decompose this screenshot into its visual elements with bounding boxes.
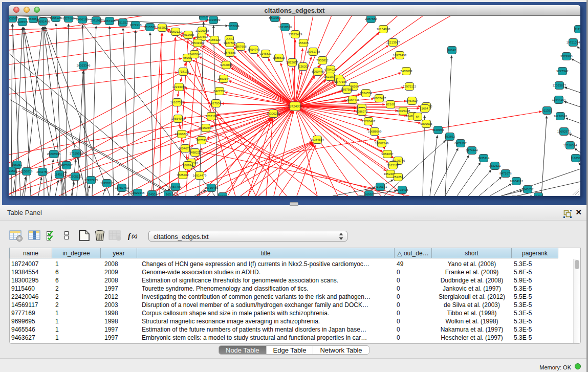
svg-text:15716485: 15716485: [205, 186, 219, 189]
svg-text:19751074: 19751074: [567, 41, 580, 44]
svg-text:8990448: 8990448: [312, 70, 324, 73]
svg-text:1065326: 1065326: [50, 16, 62, 19]
svg-text:6479197: 6479197: [454, 142, 467, 145]
svg-text:1615112: 1615112: [387, 164, 400, 167]
svg-text:8471676: 8471676: [499, 172, 512, 175]
svg-text:17016504: 17016504: [563, 144, 577, 147]
svg-text:1664: 1664: [421, 107, 428, 110]
svg-text:8960123: 8960123: [169, 30, 182, 33]
svg-text:16033809: 16033809: [207, 18, 221, 21]
svg-text:165: 165: [166, 193, 171, 196]
svg-text:39159: 39159: [9, 169, 16, 172]
svg-text:19166822: 19166822: [175, 133, 189, 136]
svg-text:7625402: 7625402: [177, 173, 189, 177]
svg-text:18807249: 18807249: [375, 142, 389, 145]
svg-text:8912956: 8912956: [182, 33, 194, 36]
svg-text:13226058: 13226058: [195, 29, 209, 32]
svg-text:893892: 893892: [445, 135, 455, 138]
svg-text:6897568: 6897568: [341, 88, 353, 91]
svg-text:1140954: 1140954: [432, 128, 445, 132]
svg-text:7632621: 7632621: [489, 164, 501, 167]
svg-text:12923448: 12923448: [131, 191, 145, 194]
svg-text:16992: 16992: [365, 193, 374, 196]
svg-text:9329966: 9329966: [560, 55, 573, 58]
svg-text:417006: 417006: [211, 102, 222, 105]
svg-text:12905135: 12905135: [69, 175, 82, 178]
svg-text:13353594: 13353594: [199, 126, 213, 129]
svg-text:10958117: 10958117: [100, 182, 114, 185]
svg-text:7515526: 7515526: [144, 26, 156, 29]
svg-text:10025438: 10025438: [397, 110, 410, 113]
svg-text:2803144: 2803144: [217, 77, 230, 80]
svg-text:3875685: 3875685: [224, 51, 236, 54]
svg-text:12093872: 12093872: [553, 84, 567, 87]
svg-text:1156819: 1156819: [21, 170, 33, 173]
svg-text:751552: 751552: [118, 21, 128, 24]
svg-text:22420046: 22420046: [188, 53, 202, 56]
svg-text:7986372: 7986372: [356, 110, 368, 113]
svg-text:16107552: 16107552: [170, 101, 184, 104]
svg-text:20206536: 20206536: [47, 152, 61, 156]
svg-text:911393: 911393: [542, 109, 552, 112]
svg-text:252254: 252254: [393, 176, 404, 179]
svg-text:13325419: 13325419: [289, 33, 302, 36]
svg-text:3624554: 3624554: [360, 92, 372, 95]
svg-text:1071918: 1071918: [129, 24, 142, 27]
svg-text:160994: 160994: [183, 164, 193, 167]
svg-text:8186323: 8186323: [208, 38, 221, 41]
svg-text:160338: 160338: [199, 16, 209, 18]
svg-text:9474444: 9474444: [466, 149, 478, 152]
svg-text:9227342: 9227342: [556, 70, 569, 73]
svg-text:8454749: 8454749: [248, 48, 260, 51]
svg-text:9777169: 9777169: [335, 80, 347, 83]
svg-text:114519: 114519: [54, 173, 64, 176]
svg-text:13620: 13620: [299, 65, 308, 68]
svg-text:2867608: 2867608: [234, 45, 247, 48]
svg-text:9463627: 9463627: [406, 99, 418, 102]
svg-text:16782759: 16782759: [115, 186, 129, 189]
svg-text:1067135: 1067135: [103, 19, 116, 23]
svg-text:11174: 11174: [575, 28, 580, 31]
svg-text:17957225: 17957225: [84, 179, 98, 182]
svg-text:1071915: 1071915: [90, 19, 102, 22]
svg-text:20364436: 20364436: [346, 98, 360, 101]
svg-text:12975115: 12975115: [403, 85, 417, 88]
svg-text:10961758: 10961758: [307, 50, 320, 53]
svg-text:10688609: 10688609: [368, 130, 382, 133]
svg-text:6794028: 6794028: [324, 68, 337, 71]
svg-text:16914479: 16914479: [193, 174, 207, 177]
svg-text:9327503: 9327503: [195, 35, 208, 38]
svg-text:10958: 10958: [219, 195, 227, 196]
svg-text:15720407: 15720407: [362, 120, 376, 123]
svg-text:16543382: 16543382: [191, 41, 205, 45]
svg-text:2942757: 2942757: [36, 170, 49, 173]
svg-text:15692971: 15692971: [557, 130, 571, 133]
svg-text:12444154: 12444154: [552, 98, 566, 101]
svg-text:7663822: 7663822: [156, 26, 168, 29]
svg-text:2935114: 2935114: [478, 157, 490, 160]
svg-text:16154808: 16154808: [377, 28, 390, 31]
svg-text:9146821: 9146821: [259, 52, 272, 55]
svg-text:10807487: 10807487: [373, 97, 386, 100]
svg-text:9242848: 9242848: [220, 63, 232, 67]
svg-text:116753: 116753: [571, 157, 580, 160]
svg-text:9975867: 9975867: [60, 164, 73, 167]
svg-text:887833: 887833: [197, 139, 207, 142]
svg-text:10046756: 10046756: [179, 147, 192, 150]
svg-text:f: f: [128, 232, 132, 240]
svg-text:18724007: 18724007: [288, 104, 302, 108]
svg-text:5498222: 5498222: [189, 151, 201, 154]
svg-text:9899695: 9899695: [420, 122, 432, 125]
svg-text:12213389: 12213389: [172, 85, 186, 89]
svg-text:2087682: 2087682: [365, 17, 377, 20]
svg-text:1405571: 1405571: [16, 20, 29, 24]
svg-text:20053346: 20053346: [77, 64, 91, 67]
svg-text:19218506: 19218506: [278, 26, 292, 29]
svg-text:19654983: 19654983: [171, 117, 185, 120]
svg-text:7485063: 7485063: [400, 70, 412, 73]
svg-text:20691406: 20691406: [36, 20, 50, 23]
svg-text:9084067: 9084067: [381, 152, 394, 156]
svg-text:9457791: 9457791: [169, 185, 182, 188]
svg-text:156405: 156405: [298, 41, 309, 45]
svg-text:2718176: 2718176: [177, 70, 189, 73]
